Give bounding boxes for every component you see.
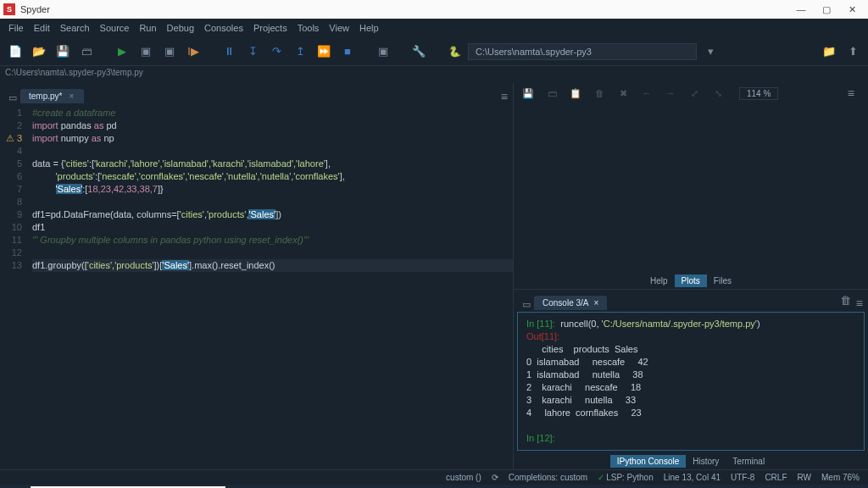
plot-next-icon[interactable]: → [665,88,676,98]
pythonpath-icon[interactable]: 🐍 [444,42,465,62]
debug-stepinto-icon[interactable]: ↧ [242,42,263,62]
plots-options-icon[interactable]: ≡ [848,86,860,100]
menu-debug[interactable]: Debug [162,23,199,33]
close-button[interactable]: ✕ [839,0,865,19]
debug-continue-icon[interactable]: ⏩ [314,42,334,62]
windows-taskbar: 🔍 Type here to search ⊞ ◯ ✎ 📧 📁 🌐 ✉ ☁ 🌍 … [0,485,868,488]
console-options-icon[interactable]: ≡ [856,297,868,310]
gutter-warning-icon: ⚠ 3 [0,132,22,145]
window-titlebar: S Spyder — ▢ ✕ [0,0,868,19]
menu-run[interactable]: Run [134,23,161,33]
menu-consoles[interactable]: Consoles [199,23,248,33]
run-selection-icon[interactable]: I▶ [183,42,203,62]
console-tab[interactable]: Console 3/A × [534,296,607,310]
status-rw: RW [798,473,811,482]
debug-stop-icon[interactable]: ■ [337,42,358,62]
editor-pane: ▭ temp.py* × ≡ 1 2 ⚠ 3 4 5 6 7 8 9 10 11… [0,83,514,469]
plot-zoom-value: 114 % [739,87,778,100]
status-eol[interactable]: CRLF [765,473,787,482]
console-group-icon[interactable]: ▭ [519,299,534,310]
plots-pane: 💾 🗃 📋 🗑 ✖ ← → ⤢ ⤡ 114 % ≡ Help Plots Fil… [514,83,868,290]
start-button[interactable] [0,485,29,488]
debug-stepout-icon[interactable]: ↥ [290,42,310,62]
status-lsp[interactable]: ✓LSP: Python [598,473,654,482]
editor-tab-temp[interactable]: temp.py* × [20,89,84,103]
working-dir-input[interactable] [468,43,697,60]
window-title: Spyder [20,4,50,14]
status-completions[interactable]: Completions: custom [509,473,587,482]
new-file-icon[interactable]: 📄 [5,42,25,62]
status-encoding[interactable]: UTF-8 [731,473,754,482]
file-path-breadcrumb: C:\Users\namta\.spyder-py3\temp.py [0,66,868,83]
status-custom[interactable]: custom () [446,473,481,482]
plot-delete-icon[interactable]: 🗑 [593,88,605,98]
plot-saveall-icon[interactable]: 🗃 [546,88,558,98]
maximize-button[interactable]: ▢ [814,0,839,19]
run-cell-advance-icon[interactable]: ▣ [159,42,180,62]
console-trash-icon[interactable]: 🗑 [836,290,856,310]
menu-projects[interactable]: Projects [248,23,292,33]
tab-files[interactable]: Files [707,274,738,287]
preferences-icon[interactable]: 🔧 [409,42,429,62]
menu-search[interactable]: Search [55,23,95,33]
app-icon: S [3,3,15,15]
run-icon[interactable]: ▶ [112,42,132,62]
editor-options-icon[interactable]: ≡ [501,90,513,103]
path-dropdown-icon[interactable]: ▾ [700,42,721,62]
run-cell-icon[interactable]: ▣ [136,42,156,62]
console-tab-label: Console 3/A [542,298,588,308]
tab-ipython-console[interactable]: IPython Console [610,455,686,468]
status-bar: custom () ⟳ Completions: custom ✓LSP: Py… [0,469,868,485]
plot-prev-icon[interactable]: ← [641,88,653,98]
debug-step-icon[interactable]: ⏸ [219,42,239,62]
menu-source[interactable]: Source [95,23,135,33]
editor-gutter: 1 2 ⚠ 3 4 5 6 7 8 9 10 11 12 13 [0,103,27,469]
main-menu: File Edit Search Source Run Debug Consol… [0,19,868,37]
debug-stepover-icon[interactable]: ↷ [266,42,287,62]
editor-tab-close-icon[interactable]: × [67,92,75,101]
tab-terminal[interactable]: Terminal [726,455,771,468]
status-refresh-icon[interactable]: ⟳ [492,473,498,482]
main-toolbar: 📄 📂 💾 🗃 ▶ ▣ ▣ I▶ ⏸ ↧ ↷ ↥ ⏩ ■ ▣ 🔧 🐍 ▾ 📁 ⬆ [0,37,868,66]
menu-edit[interactable]: Edit [29,23,55,33]
console-output[interactable]: In [11]: runcell(0, 'C:/Users/namta/.spy… [517,312,865,451]
status-cursor-position: Line 13, Col 41 [664,473,721,482]
plot-deleteall-icon[interactable]: ✖ [617,88,629,99]
menu-help[interactable]: Help [354,23,384,33]
maximize-pane-icon[interactable]: ▣ [373,42,393,62]
plot-zoomin-icon[interactable]: ⤡ [712,88,724,99]
console-pane: ▭ Console 3/A × 🗑 ≡ In [11]: runcell(0, … [514,290,868,469]
menu-file[interactable]: File [3,23,29,33]
console-tab-close-icon[interactable]: × [593,298,598,308]
status-memory: Mem 76% [821,473,860,482]
menu-tools[interactable]: Tools [292,23,325,33]
tab-plots[interactable]: Plots [675,274,707,287]
menu-view[interactable]: View [324,23,354,33]
plot-zoomout-icon[interactable]: ⤢ [688,88,700,99]
parent-dir-icon[interactable]: ⬆ [843,42,863,62]
plot-copy-icon[interactable]: 📋 [570,88,581,99]
minimize-button[interactable]: — [788,0,814,19]
tab-help[interactable]: Help [643,274,675,287]
open-file-icon[interactable]: 📂 [29,42,49,62]
code-editor[interactable]: #create a dataframe import pandas as pd … [27,103,513,469]
save-all-icon[interactable]: 🗃 [76,42,97,62]
plot-save-icon[interactable]: 💾 [522,88,534,99]
editor-tab-label: temp.py* [29,92,62,101]
tab-group-icon[interactable]: ▭ [5,92,20,103]
tab-history[interactable]: History [686,455,726,468]
browse-dir-icon[interactable]: 📁 [819,42,839,62]
save-icon[interactable]: 💾 [53,42,73,62]
